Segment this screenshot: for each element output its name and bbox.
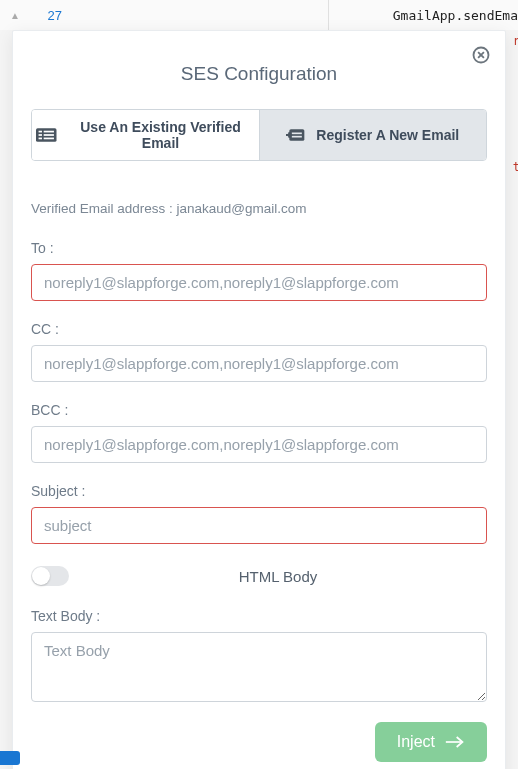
editor-line-number: 27 bbox=[30, 8, 70, 23]
button-row: Inject bbox=[31, 722, 487, 762]
editor-divider bbox=[328, 0, 329, 30]
html-body-row: HTML Body bbox=[31, 564, 487, 588]
to-input[interactable] bbox=[31, 264, 487, 301]
editor-overflow-text: r bbox=[513, 34, 518, 48]
verified-email-text: Verified Email address : janakaud@gmail.… bbox=[31, 201, 487, 216]
svg-rect-9 bbox=[44, 138, 54, 140]
html-body-toggle[interactable] bbox=[31, 566, 69, 586]
svg-rect-5 bbox=[44, 131, 54, 133]
svg-rect-12 bbox=[292, 136, 302, 138]
to-label: To : bbox=[31, 240, 487, 256]
import-icon bbox=[286, 127, 306, 143]
tab-register-label: Register A New Email bbox=[316, 127, 459, 143]
tab-register-email[interactable]: Register A New Email bbox=[260, 110, 487, 160]
subject-input[interactable] bbox=[31, 507, 487, 544]
toggle-knob bbox=[32, 567, 50, 585]
subject-label: Subject : bbox=[31, 483, 487, 499]
inject-label: Inject bbox=[397, 733, 435, 751]
tab-group: Use An Existing Verified Email Register … bbox=[31, 109, 487, 161]
bottom-accent-strip bbox=[0, 751, 20, 765]
svg-rect-8 bbox=[39, 138, 42, 140]
list-icon bbox=[36, 128, 57, 142]
svg-rect-7 bbox=[44, 134, 54, 136]
editor-background: ▲ 27 GmailApp.sendEma bbox=[0, 0, 518, 30]
editor-code-snippet: GmailApp.sendEma bbox=[393, 8, 518, 23]
editor-overflow-hint: t bbox=[513, 160, 518, 174]
tab-existing-email[interactable]: Use An Existing Verified Email bbox=[32, 110, 260, 160]
bcc-input[interactable] bbox=[31, 426, 487, 463]
tab-existing-label: Use An Existing Verified Email bbox=[67, 119, 255, 151]
modal-title: SES Configuration bbox=[31, 63, 487, 85]
cc-label: CC : bbox=[31, 321, 487, 337]
gutter-fold-arrow: ▲ bbox=[0, 10, 30, 21]
arrow-right-icon bbox=[445, 735, 465, 749]
inject-button[interactable]: Inject bbox=[375, 722, 487, 762]
text-body-textarea[interactable] bbox=[31, 632, 487, 702]
svg-rect-11 bbox=[292, 133, 302, 135]
html-body-label: HTML Body bbox=[69, 568, 487, 585]
close-button[interactable] bbox=[469, 43, 493, 67]
text-body-label: Text Body : bbox=[31, 608, 487, 624]
cc-input[interactable] bbox=[31, 345, 487, 382]
bcc-label: BCC : bbox=[31, 402, 487, 418]
ses-config-modal: SES Configuration Use An Existing Verifi… bbox=[12, 30, 506, 769]
svg-rect-4 bbox=[39, 131, 42, 133]
svg-rect-6 bbox=[39, 134, 42, 136]
